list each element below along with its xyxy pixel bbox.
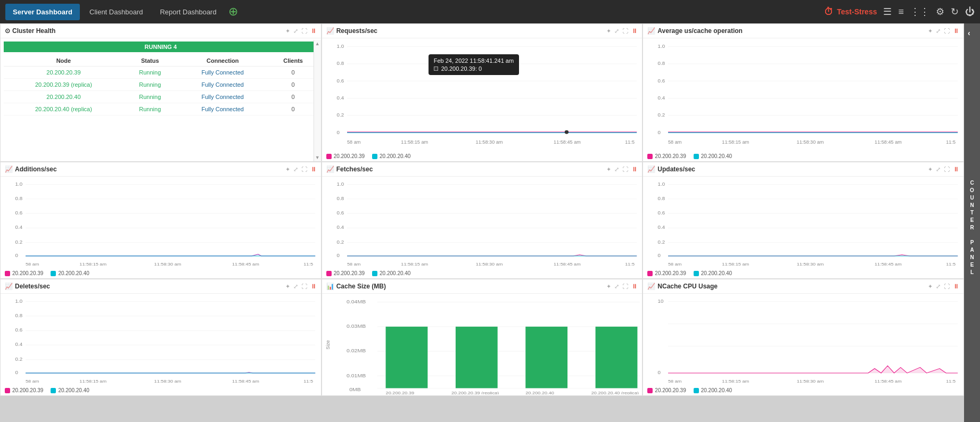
add-pause-icon[interactable]: ⏸ <box>310 166 317 173</box>
table-row: 20.200.20.39 (replica) Running Fully Con… <box>4 79 318 91</box>
menu-icon-2[interactable]: ≡ <box>898 6 904 18</box>
cpu-expand-icon[interactable]: ⤢ <box>936 283 941 290</box>
fetch-pause-icon[interactable]: ⏸ <box>631 166 638 173</box>
tab-report-dashboard[interactable]: Report Dashboard <box>152 4 224 20</box>
fetch-expand-icon[interactable]: ⤢ <box>614 166 619 173</box>
cs-expand-icon[interactable]: ⤢ <box>614 283 619 290</box>
status-cell: Running <box>123 67 177 79</box>
menu-icon-1[interactable]: ☰ <box>883 6 892 18</box>
status-cell: Running <box>123 91 177 103</box>
del-expand-icon[interactable]: ⤢ <box>293 283 298 290</box>
req-pause-icon[interactable]: ⏸ <box>631 27 638 35</box>
upd-expand-icon[interactable]: ⤢ <box>936 166 941 173</box>
avg-expand-icon[interactable]: ⤢ <box>936 28 941 35</box>
svg-rect-113 <box>385 327 427 388</box>
avg-cache-icon: 📈 <box>647 27 655 35</box>
svg-text:0.8: 0.8 <box>658 196 665 201</box>
add-legend-node2: 20.200.20.40 <box>51 270 89 276</box>
cs-pin-icon[interactable]: ✦ <box>606 283 611 290</box>
svg-text:1.0: 1.0 <box>336 43 344 49</box>
del-legend-swatch1 <box>5 388 10 393</box>
svg-text:58 am: 58 am <box>347 261 360 266</box>
cpu-fullscreen-icon[interactable]: ⛶ <box>944 283 950 289</box>
fetches-sec-chart: 1.0 0.8 0.6 0.4 0.2 0 58 am 11:58:15 am … <box>322 177 643 269</box>
tab-server-dashboard[interactable]: Server Dashboard <box>5 4 80 20</box>
upd-pause-icon[interactable]: ⏸ <box>953 166 959 173</box>
svg-text:0.8: 0.8 <box>336 60 344 66</box>
add-expand-icon[interactable]: ⤢ <box>293 166 298 173</box>
fetch-pin-icon[interactable]: ✦ <box>606 166 611 173</box>
del-pause-icon[interactable]: ⏸ <box>310 283 317 290</box>
additions-icon: 📈 <box>5 166 13 173</box>
add-dashboard-button[interactable]: ⊕ <box>228 6 238 18</box>
svg-text:11:5: 11:5 <box>946 139 956 145</box>
cluster-expand-icon[interactable]: ⤢ <box>293 28 298 35</box>
svg-text:0: 0 <box>336 253 339 258</box>
cluster-icon: ⊙ <box>5 27 10 35</box>
requests-sec-chart: 1.0 0.8 0.6 0.4 0.2 0 58 am 11:58:15 <box>322 38 643 152</box>
svg-text:1.0: 1.0 <box>336 181 344 186</box>
refresh-icon[interactable]: ↻ <box>951 6 959 18</box>
cpu-pause-icon[interactable]: ⏸ <box>953 283 959 290</box>
cpu-pin-icon[interactable]: ✦ <box>928 283 933 290</box>
updates-icon: 📈 <box>647 166 655 173</box>
settings-icon[interactable]: ⚙ <box>936 6 944 18</box>
cs-fullscreen-icon[interactable]: ⛶ <box>622 283 628 289</box>
cluster-health-title: ⊙ Cluster Health <box>5 27 55 35</box>
counter-panel[interactable]: ‹ COUNTER PANEL <box>964 23 980 422</box>
upd-pin-icon[interactable]: ✦ <box>928 166 933 173</box>
cluster-pause-icon[interactable]: ⏸ <box>310 27 317 35</box>
legend-swatch-node1 <box>326 154 332 159</box>
avg-fullscreen-icon[interactable]: ⛶ <box>944 28 950 34</box>
add-fullscreen-icon[interactable]: ⛶ <box>301 166 307 172</box>
svg-text:11:58:30 am: 11:58:30 am <box>475 261 503 266</box>
avg-cache-controls: ✦ ⤢ ⛶ ⏸ <box>928 27 959 35</box>
req-expand-icon[interactable]: ⤢ <box>614 28 619 35</box>
counter-panel-chevron[interactable]: ‹ <box>968 29 971 37</box>
del-pin-icon[interactable]: ✦ <box>285 283 290 290</box>
power-icon[interactable]: ⏻ <box>965 6 975 18</box>
fetches-controls: ✦ ⤢ ⛶ ⏸ <box>606 166 638 173</box>
svg-text:20.200.20.40 (replica): 20.200.20.40 (replica) <box>591 391 639 394</box>
running-bar: RUNNING 4 <box>4 42 318 52</box>
scroll-down-arrow[interactable]: ▼ <box>315 155 320 160</box>
additions-sec-title: 📈 Additions/sec <box>5 166 57 173</box>
ncache-cpu-title: 📈 NCache CPU Usage <box>647 283 718 290</box>
scroll-up-arrow[interactable]: ▲ <box>315 41 320 46</box>
req-pin-icon[interactable]: ✦ <box>606 28 611 35</box>
fetch-legend-node1: 20.200.20.39 <box>326 270 365 276</box>
avg-legend-node2: 20.200.20.40 <box>694 153 732 159</box>
svg-text:58 am: 58 am <box>668 261 681 266</box>
del-legend-swatch2 <box>51 388 56 393</box>
avg-pause-icon[interactable]: ⏸ <box>953 27 959 35</box>
ncache-cpu-svg: 10 0 58 am 11:58:15 am 11:58:30 am 11:58… <box>647 296 959 385</box>
tab-client-dashboard[interactable]: Client Dashboard <box>82 4 150 20</box>
fetch-fullscreen-icon[interactable]: ⛶ <box>622 166 628 172</box>
svg-text:0.4: 0.4 <box>336 95 344 101</box>
add-legend-node1: 20.200.20.39 <box>5 270 43 276</box>
avg-legend-node1: 20.200.20.39 <box>647 153 686 159</box>
svg-text:0.8: 0.8 <box>15 196 23 201</box>
additions-controls: ✦ ⤢ ⛶ ⏸ <box>285 166 317 173</box>
svg-text:11:5: 11:5 <box>946 261 956 266</box>
upd-fullscreen-icon[interactable]: ⛶ <box>944 166 950 172</box>
svg-text:11:5: 11:5 <box>303 261 313 266</box>
avg-cache-svg: 1.0 0.8 0.6 0.4 0.2 0 58 am 11:58:15 am … <box>647 40 959 151</box>
cluster-fullscreen-icon[interactable]: ⛶ <box>301 28 307 34</box>
additions-sec-chart: 1.0 0.8 0.6 0.4 0.2 0 58 am 11:58:15 am … <box>1 177 321 269</box>
cache-size-header: 📊 Cache Size (MB) ✦ ⤢ ⛶ ⏸ <box>322 279 643 294</box>
fetch-legend-node2: 20.200.20.40 <box>372 270 410 276</box>
avg-pin-icon[interactable]: ✦ <box>928 28 933 35</box>
del-fullscreen-icon[interactable]: ⛶ <box>301 283 307 289</box>
cluster-pin-icon[interactable]: ✦ <box>285 28 290 35</box>
deletes-legend: 20.200.20.39 20.200.20.40 <box>1 386 321 395</box>
upd-legend-node1: 20.200.20.39 <box>647 270 686 276</box>
req-fullscreen-icon[interactable]: ⛶ <box>622 28 628 34</box>
cs-pause-icon[interactable]: ⏸ <box>631 283 638 290</box>
svg-text:11:5: 11:5 <box>625 261 635 266</box>
cluster-scrollbar[interactable]: ▲ ▼ <box>314 40 321 161</box>
svg-rect-115 <box>525 327 567 388</box>
avg-cache-panel: 📈 Average us/cache operation ✦ ⤢ ⛶ ⏸ 1.0… <box>643 23 964 162</box>
add-pin-icon[interactable]: ✦ <box>285 166 290 173</box>
menu-icon-3[interactable]: ⋮⋮ <box>910 6 929 18</box>
